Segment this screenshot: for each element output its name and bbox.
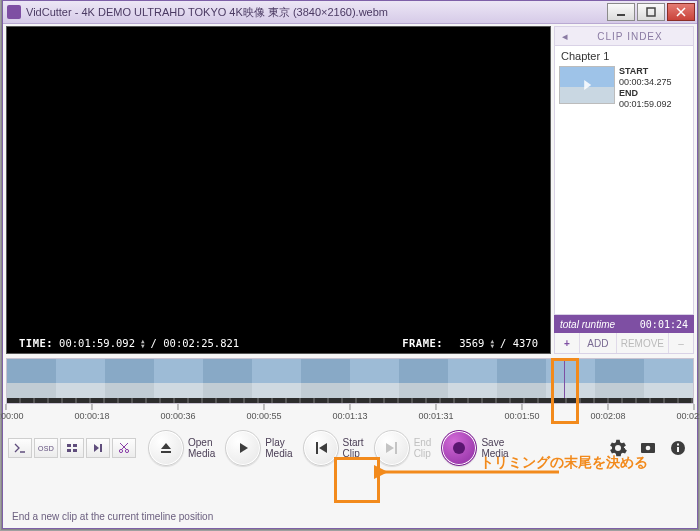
clip-list[interactable]: Chapter 1 START 00:00:34.275 END 00:01:5… xyxy=(554,46,694,315)
ruler-tick: 00:00:00 xyxy=(0,404,24,421)
clip-item[interactable]: START 00:00:34.275 END 00:01:59.092 xyxy=(555,64,693,112)
total-runtime-bar: total runtime 00:01:24 xyxy=(554,315,694,333)
clip-end-time: 00:01:59.092 xyxy=(619,99,672,109)
play-icon xyxy=(225,430,261,466)
minimize-button[interactable] xyxy=(607,3,635,21)
add-clip-button[interactable]: ADD xyxy=(580,333,617,353)
svg-rect-0 xyxy=(617,14,625,16)
controls-row: OSD OpenMedia PlayMedia StartClip EndCli… xyxy=(6,428,694,468)
end-clip-button[interactable]: EndClip xyxy=(374,430,432,466)
svg-rect-2 xyxy=(67,444,71,447)
cut-button[interactable] xyxy=(112,438,136,458)
status-bar-text: End a new clip at the current timeline p… xyxy=(12,511,213,522)
remove-clip-button: REMOVE xyxy=(617,333,669,353)
record-icon xyxy=(441,430,477,466)
runtime-label: total runtime xyxy=(560,319,615,330)
frame-spinner[interactable]: ▲▼ xyxy=(490,338,494,348)
ruler-tick: 00:01:31 xyxy=(418,404,453,421)
chapter-label: Chapter 1 xyxy=(555,46,693,64)
clip-end-label: END xyxy=(619,88,638,98)
clip-thumbnail xyxy=(559,66,615,104)
timeline-filmstrip[interactable] xyxy=(6,358,694,404)
time-label: TIME: xyxy=(19,337,53,349)
ruler-tick: 00:00:36 xyxy=(160,404,195,421)
ruler-tick: 00:02:08 xyxy=(590,404,625,421)
about-button[interactable] xyxy=(668,438,688,458)
remove-clip-minus-button: – xyxy=(669,333,693,353)
clip-add-remove-row: + ADD REMOVE – xyxy=(554,333,694,354)
maximize-button[interactable] xyxy=(637,3,665,21)
time-current[interactable]: 00:01:59.092 xyxy=(59,337,135,349)
time-frame-bar: TIME: 00:01:59.092 ▲▼ / 00:02:25.821 FRA… xyxy=(7,333,550,353)
window-title: VidCutter - 4K DEMO ULTRAHD TOKYO 4K映像 東… xyxy=(26,5,605,20)
ruler-tick: 00:00:18 xyxy=(74,404,109,421)
save-media-button[interactable]: SaveMedia xyxy=(441,430,508,466)
svg-point-9 xyxy=(646,446,651,451)
video-preview[interactable]: TIME: 00:01:59.092 ▲▼ / 00:02:25.821 FRA… xyxy=(6,26,551,354)
ruler-tick: 00:01:13 xyxy=(332,404,367,421)
clip-end-icon xyxy=(374,430,410,466)
clip-info: START 00:00:34.275 END 00:01:59.092 xyxy=(619,66,672,110)
frame-total: / 4370 xyxy=(500,337,538,349)
clip-index-title: CLIP INDEX xyxy=(571,31,689,42)
clip-start-time: 00:00:34.275 xyxy=(619,77,672,87)
playhead[interactable] xyxy=(564,358,565,404)
svg-rect-11 xyxy=(677,447,679,452)
mini-toolbar: OSD xyxy=(6,438,138,458)
frame-current[interactable]: 3569 xyxy=(459,337,484,349)
add-clip-plus-button[interactable]: + xyxy=(555,333,580,353)
console-button[interactable] xyxy=(8,438,32,458)
osd-button[interactable]: OSD xyxy=(34,438,58,458)
app-window: VidCutter - 4K DEMO ULTRAHD TOKYO 4K映像 東… xyxy=(2,0,698,529)
collapse-icon[interactable]: ◂ xyxy=(559,30,571,43)
clip-start-icon xyxy=(303,430,339,466)
svg-rect-12 xyxy=(677,444,679,446)
close-button[interactable] xyxy=(667,3,695,21)
titlebar: VidCutter - 4K DEMO ULTRAHD TOKYO 4K映像 東… xyxy=(3,1,697,24)
clip-start-label: START xyxy=(619,66,648,76)
skip-end-button[interactable] xyxy=(86,438,110,458)
clip-index-panel: ◂ CLIP INDEX Chapter 1 START 00:00:34.27… xyxy=(554,26,694,354)
ruler-tick: 00:00:55 xyxy=(246,404,281,421)
eject-icon xyxy=(148,430,184,466)
frame-label: FRAME: xyxy=(402,337,443,349)
media-info-button[interactable] xyxy=(638,438,658,458)
time-spinner[interactable]: ▲▼ xyxy=(141,338,145,348)
settings-button[interactable] xyxy=(608,438,628,458)
open-media-button[interactable]: OpenMedia xyxy=(148,430,215,466)
timeline-ruler[interactable]: 00:00:0000:00:1800:00:3600:00:5500:01:13… xyxy=(6,404,694,426)
runtime-value: 00:01:24 xyxy=(640,319,688,330)
svg-rect-5 xyxy=(73,449,77,452)
svg-rect-4 xyxy=(67,449,71,452)
thumbnails-button[interactable] xyxy=(60,438,84,458)
svg-rect-3 xyxy=(73,444,77,447)
ruler-tick: 00:02:14 xyxy=(676,404,700,421)
play-media-button[interactable]: PlayMedia xyxy=(225,430,292,466)
svg-rect-1 xyxy=(647,8,655,16)
clip-index-header: ◂ CLIP INDEX xyxy=(554,26,694,46)
start-clip-button[interactable]: StartClip xyxy=(303,430,364,466)
time-total: / 00:02:25.821 xyxy=(151,337,240,349)
app-icon xyxy=(7,5,21,19)
ruler-tick: 00:01:50 xyxy=(504,404,539,421)
